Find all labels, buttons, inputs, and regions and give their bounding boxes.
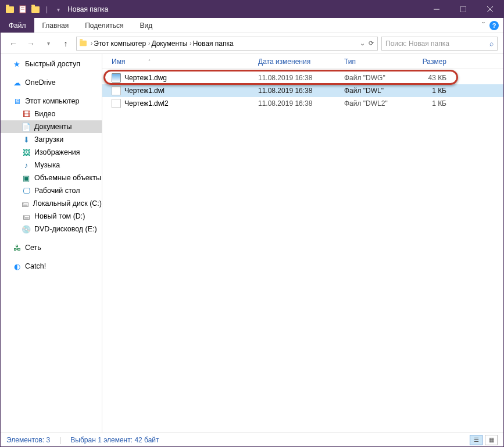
breadcrumb-item[interactable]: Новая папка bbox=[193, 40, 234, 48]
toolbar-separator: | bbox=[46, 5, 48, 13]
chevron-right-icon[interactable]: › bbox=[148, 40, 150, 47]
file-type: Файл "DWG" bbox=[341, 74, 408, 82]
window-title: Новая папка bbox=[67, 5, 108, 13]
tab-share[interactable]: Поделиться bbox=[77, 18, 131, 33]
file-size: 1 КБ bbox=[408, 99, 455, 108]
sidebar-catch[interactable]: ◐ Catch! bbox=[1, 260, 102, 273]
file-type: Файл "DWL" bbox=[341, 87, 408, 95]
minimize-button[interactable] bbox=[423, 1, 450, 18]
recent-dropdown-icon[interactable]: ▾ bbox=[41, 37, 55, 51]
sidebar-item-label: Catch! bbox=[25, 262, 46, 270]
explorer-window: | ▾ Новая папка Файл Главная Поделиться … bbox=[0, 0, 504, 447]
sidebar-item[interactable]: ▣Объемные объекты bbox=[1, 171, 102, 184]
sidebar-quick-access[interactable]: ★ Быстрый доступ bbox=[1, 58, 102, 70]
toolbar-dropdown-icon[interactable]: ▾ bbox=[53, 5, 63, 14]
sidebar-item-label: Загрузки bbox=[34, 135, 63, 144]
file-panel: Имя ˆ Дата изменения Тип Размер Чертеж1.… bbox=[102, 54, 503, 432]
dvd-icon: 💿 bbox=[22, 224, 31, 234]
navbar: ← → ▾ ↑ › Этот компьютер› Документы› Нов… bbox=[1, 33, 503, 54]
file-date: 11.08.2019 16:38 bbox=[255, 87, 341, 95]
details-view-button[interactable]: ☰ bbox=[470, 435, 482, 445]
search-placeholder: Поиск: Новая папка bbox=[385, 40, 449, 48]
column-date[interactable]: Дата изменения bbox=[255, 58, 341, 66]
sidebar-item[interactable]: ⬇Загрузки bbox=[1, 133, 102, 146]
status-separator: | bbox=[59, 436, 61, 444]
tab-file[interactable]: Файл bbox=[1, 18, 34, 33]
forward-button[interactable]: → bbox=[24, 37, 38, 51]
back-button[interactable]: ← bbox=[6, 37, 20, 51]
sidebar-item[interactable]: 💿DVD-дисковод (E:) bbox=[1, 223, 102, 235]
sidebar-item[interactable]: 📄Документы bbox=[1, 120, 102, 133]
search-input[interactable]: Поиск: Новая папка ⌕ bbox=[381, 37, 498, 51]
tab-home[interactable]: Главная bbox=[34, 18, 77, 33]
address-dropdown-icon[interactable]: ⌄ bbox=[360, 40, 365, 47]
properties-icon[interactable] bbox=[18, 5, 27, 14]
sidebar-onedrive[interactable]: ☁ OneDrive bbox=[1, 76, 102, 89]
sidebar-item-label: Быстрый доступ bbox=[25, 60, 80, 68]
file-row[interactable]: Чертеж1.dwl 11.08.2019 16:38 Файл "DWL" … bbox=[102, 84, 503, 97]
chevron-right-icon[interactable]: › bbox=[91, 40, 92, 47]
sidebar-item[interactable]: 🖼Изображения bbox=[1, 146, 102, 159]
sidebar-item-label: Этот компьютер bbox=[25, 97, 79, 105]
refresh-icon[interactable]: ⟳ bbox=[369, 40, 374, 47]
video-icon: 🎞 bbox=[22, 109, 31, 119]
search-icon[interactable]: ⌕ bbox=[489, 40, 494, 48]
quick-access-toolbar: | ▾ bbox=[1, 5, 63, 14]
dl-icon: ⬇ bbox=[22, 135, 31, 144]
column-type[interactable]: Тип bbox=[341, 58, 408, 66]
pc-icon: 🖥 bbox=[12, 96, 22, 106]
sidebar-item-label: Сеть bbox=[25, 244, 41, 252]
file-name: Чертеж1.dwg bbox=[124, 74, 167, 82]
file-name: Чертеж1.dwl2 bbox=[124, 99, 169, 108]
file-size: 43 КБ bbox=[408, 74, 455, 82]
folder-icon bbox=[5, 5, 15, 14]
drive-icon: 🖴 bbox=[22, 199, 30, 208]
tab-view[interactable]: Вид bbox=[131, 18, 160, 33]
svg-rect-4 bbox=[460, 6, 466, 12]
img-icon: 🖼 bbox=[22, 148, 31, 157]
view-switcher: ☰ ▦ bbox=[470, 435, 498, 445]
sidebar-item-label: Видео bbox=[34, 110, 56, 118]
sidebar-this-pc[interactable]: 🖥 Этот компьютер bbox=[1, 95, 102, 108]
address-bar[interactable]: › Этот компьютер› Документы› Новая папка… bbox=[76, 37, 378, 51]
sidebar-item[interactable]: 🖵Рабочий стол bbox=[1, 184, 102, 197]
breadcrumb-item[interactable]: Этот компьютер› bbox=[94, 40, 150, 48]
up-button[interactable]: ↑ bbox=[59, 37, 73, 51]
file-row[interactable]: Чертеж1.dwl2 11.08.2019 16:38 Файл "DWL2… bbox=[102, 97, 503, 110]
thumbnails-view-button[interactable]: ▦ bbox=[485, 435, 498, 445]
ribbon: Файл Главная Поделиться Вид ˇ ? bbox=[1, 18, 503, 33]
file-list: Чертеж1.dwg 11.08.2019 16:38 Файл "DWG" … bbox=[102, 69, 503, 110]
sidebar-item[interactable]: 🖴Локальный диск (C:) bbox=[1, 197, 102, 210]
chevron-right-icon[interactable]: › bbox=[190, 40, 191, 47]
breadcrumb-item[interactable]: Документы› bbox=[151, 40, 191, 48]
sidebar-item-label: Музыка bbox=[34, 161, 60, 169]
help-icon[interactable]: ? bbox=[489, 21, 499, 30]
ribbon-expand-icon[interactable]: ˇ bbox=[482, 21, 485, 30]
sidebar-item-label: DVD-дисковод (E:) bbox=[34, 225, 97, 233]
folder-icon bbox=[80, 41, 87, 46]
sidebar-item[interactable]: 🎞Видео bbox=[1, 108, 102, 120]
file-row[interactable]: Чертеж1.dwg 11.08.2019 16:38 Файл "DWG" … bbox=[102, 71, 503, 84]
column-headers: Имя ˆ Дата изменения Тип Размер bbox=[102, 54, 503, 69]
sidebar-item-label: Рабочий стол bbox=[34, 187, 80, 195]
new-folder-icon[interactable] bbox=[31, 5, 40, 14]
sidebar-item-label: Документы bbox=[34, 123, 72, 131]
file-icon bbox=[112, 99, 121, 108]
file-size: 1 КБ bbox=[408, 87, 455, 95]
close-button[interactable] bbox=[477, 1, 503, 18]
maximize-button[interactable] bbox=[450, 1, 477, 18]
file-date: 11.08.2019 16:38 bbox=[255, 99, 341, 108]
file-type: Файл "DWL2" bbox=[341, 99, 408, 108]
column-name[interactable]: Имя ˆ bbox=[108, 58, 255, 66]
sidebar-network[interactable]: 🖧 Сеть bbox=[1, 241, 102, 254]
titlebar: | ▾ Новая папка bbox=[1, 1, 503, 18]
sidebar-item-label: Локальный диск (C:) bbox=[33, 199, 102, 208]
sidebar-item[interactable]: ♪Музыка bbox=[1, 159, 102, 171]
sidebar-item-label: Изображения bbox=[34, 148, 80, 156]
column-size[interactable]: Размер bbox=[408, 58, 455, 66]
sidebar-item[interactable]: 🖴Новый том (D:) bbox=[1, 210, 102, 223]
window-controls bbox=[423, 1, 503, 18]
cloud-icon: ☁ bbox=[12, 78, 22, 87]
sort-indicator-icon: ˆ bbox=[148, 59, 150, 65]
status-selection: Выбран 1 элемент: 42 байт bbox=[70, 436, 159, 444]
